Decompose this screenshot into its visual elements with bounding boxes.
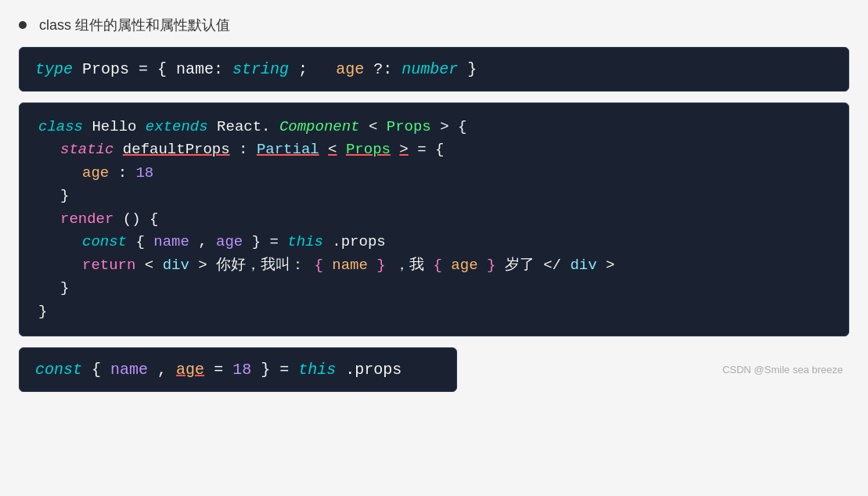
value-18: 18 <box>135 164 153 182</box>
keyword-age: age <box>336 60 364 78</box>
keyword-this2: this <box>298 361 336 379</box>
age-line: age : 18 <box>38 162 830 185</box>
keyword-component: Component <box>279 118 360 135</box>
bullet-dot <box>19 21 27 29</box>
var-age: age <box>216 233 243 250</box>
prop-age: age <box>82 164 109 182</box>
keyword-string: string <box>232 60 289 78</box>
tag-div-open: div <box>163 257 189 274</box>
code-block-class-hello: class Hello extends React. Component < P… <box>19 102 849 336</box>
keyword-const2: const <box>35 361 82 379</box>
var-name2: name <box>110 361 148 379</box>
var-name: name <box>153 233 189 250</box>
bullet-point: class 组件的属性和属性默认值 <box>19 16 849 34</box>
close-brace-1: } <box>38 185 830 207</box>
keyword-this: this <box>287 233 323 250</box>
tag-div-close: div <box>570 257 596 274</box>
code-block-const-destructure: const { name , age = 18 } = this .props <box>19 347 457 392</box>
keyword-static: static <box>60 141 113 158</box>
keyword-number: number <box>402 60 458 78</box>
type-props-line: type Props = { name: string ; age ?: num… <box>35 57 833 81</box>
static-line: static defaultProps : Partial < Props > … <box>38 138 830 161</box>
keyword-extends: extends <box>146 118 208 135</box>
code-block-type-props: type Props = { name: string ; age ?: num… <box>19 47 849 92</box>
value-18-2: 18 <box>232 361 251 379</box>
const-line: const { name , age } = this .props <box>38 231 830 253</box>
keyword-class: class <box>38 118 83 135</box>
var-age2: age <box>176 361 204 379</box>
attribution: CSDN @Smile sea breeze <box>722 364 849 376</box>
return-line: return < div > 你好，我叫： { name } ，我 { age … <box>38 254 830 277</box>
const-destructure-line: const { name , age = 18 } = this .props <box>35 358 441 382</box>
keyword-const: const <box>82 233 127 250</box>
type-props-ref: Props <box>387 118 431 135</box>
keyword-return: return <box>82 257 135 274</box>
render-line: render () { <box>38 208 830 231</box>
keyword-type: type <box>35 60 73 78</box>
keyword-partial: Partial <box>257 141 319 158</box>
keyword-render: render <box>60 210 113 228</box>
close-brace-2: } <box>38 277 830 300</box>
close-brace-3: } <box>38 300 830 323</box>
props-ref2: Props <box>346 141 391 158</box>
class-line: class Hello extends React. Component < P… <box>38 116 830 138</box>
bottom-bar: const { name , age = 18 } = this .props … <box>19 347 849 392</box>
bullet-text: class 组件的属性和属性默认值 <box>39 16 230 34</box>
